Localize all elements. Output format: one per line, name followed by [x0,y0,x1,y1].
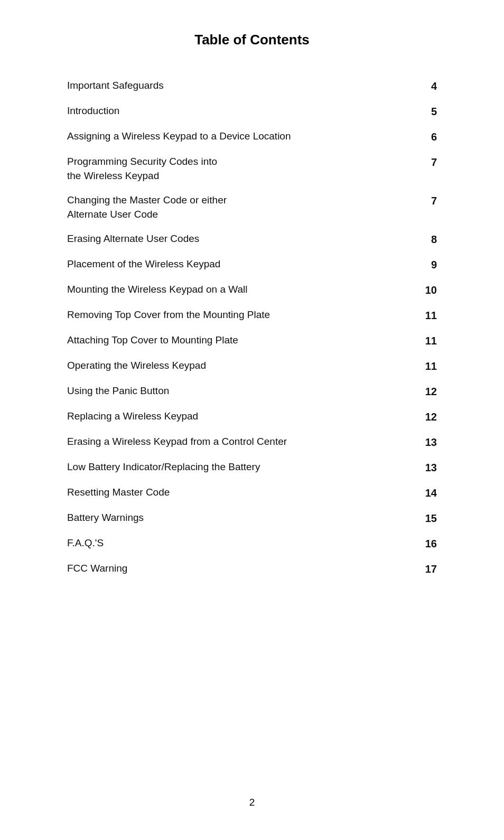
toc-page-number: 9 [393,252,437,277]
toc-label: Important Safeguards [67,73,393,99]
toc-page-number: 10 [393,277,437,303]
toc-label: Operating the Wireless Keypad [67,353,393,379]
toc-label: Replacing a Wireless Keypad [67,404,393,430]
toc-label: Erasing a Wireless Keypad from a Control… [67,430,393,455]
toc-row: FCC Warning17 [67,556,437,582]
toc-page-number: 11 [393,303,437,328]
toc-label: Erasing Alternate User Codes [67,227,393,252]
toc-row: Changing the Master Code or eitherAltern… [67,188,437,227]
toc-row: Operating the Wireless Keypad11 [67,353,437,379]
toc-page-number: 11 [393,328,437,353]
toc-page-number: 5 [393,99,437,124]
toc-label: F.A.Q.'S [67,531,393,556]
footer-page-number: 2 [249,797,255,808]
toc-label: Removing Top Cover from the Mounting Pla… [67,303,393,328]
toc-page-number: 12 [393,404,437,430]
toc-label: Battery Warnings [67,506,393,531]
toc-label: Introduction [67,99,393,124]
toc-page-number: 12 [393,379,437,404]
toc-label: Programming Security Codes intothe Wirel… [67,150,393,188]
toc-page-number: 4 [393,73,437,99]
toc-label: Assigning a Wireless Keypad to a Device … [67,124,393,150]
toc-row: Erasing a Wireless Keypad from a Control… [67,430,437,455]
toc-label: Resetting Master Code [67,480,393,506]
toc-label: Attaching Top Cover to Mounting Plate [67,328,393,353]
toc-row: Replacing a Wireless Keypad12 [67,404,437,430]
toc-row: Using the Panic Button12 [67,379,437,404]
toc-row: Important Safeguards4 [67,73,437,99]
toc-row: F.A.Q.'S16 [67,531,437,556]
toc-row: Resetting Master Code14 [67,480,437,506]
toc-page-number: 13 [393,455,437,480]
toc-page-number: 13 [393,430,437,455]
toc-page-number: 7 [393,188,437,227]
toc-label: FCC Warning [67,556,393,582]
toc-label: Using the Panic Button [67,379,393,404]
toc-row: Low Battery Indicator/Replacing the Batt… [67,455,437,480]
toc-row: Assigning a Wireless Keypad to a Device … [67,124,437,150]
toc-page-number: 6 [393,124,437,150]
toc-row: Battery Warnings15 [67,506,437,531]
toc-page-number: 8 [393,227,437,252]
toc-row: Erasing Alternate User Codes8 [67,227,437,252]
toc-label: Mounting the Wireless Keypad on a Wall [67,277,393,303]
toc-label: Low Battery Indicator/Replacing the Batt… [67,455,393,480]
toc-label: Changing the Master Code or eitherAltern… [67,188,393,227]
toc-page-number: 7 [393,150,437,188]
toc-row: Mounting the Wireless Keypad on a Wall10 [67,277,437,303]
toc-row: Removing Top Cover from the Mounting Pla… [67,303,437,328]
page: Table of Contents Important Safeguards4I… [46,0,458,840]
toc-page-number: 17 [393,556,437,582]
toc-row: Introduction5 [67,99,437,124]
toc-table: Important Safeguards4Introduction5Assign… [67,73,437,582]
toc-row: Placement of the Wireless Keypad9 [67,252,437,277]
toc-page-number: 11 [393,353,437,379]
page-footer: 2 [67,776,437,808]
toc-page-number: 14 [393,480,437,506]
toc-row: Attaching Top Cover to Mounting Plate11 [67,328,437,353]
toc-page-number: 15 [393,506,437,531]
toc-label: Placement of the Wireless Keypad [67,252,393,277]
page-title: Table of Contents [67,32,437,48]
toc-row: Programming Security Codes intothe Wirel… [67,150,437,188]
toc-page-number: 16 [393,531,437,556]
